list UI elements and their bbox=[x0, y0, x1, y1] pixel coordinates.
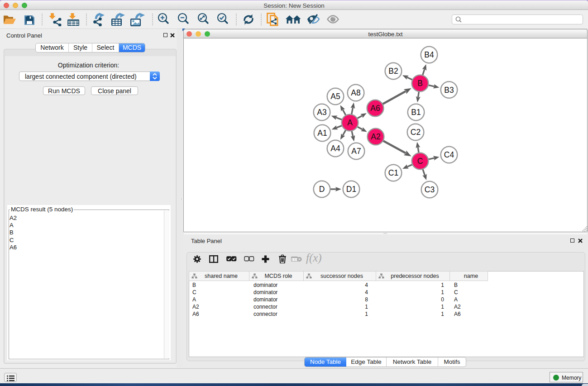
svg-text:A1: A1 bbox=[317, 129, 327, 138]
svg-text:A5: A5 bbox=[330, 92, 340, 101]
svg-text:A: A bbox=[347, 118, 353, 127]
svg-text:C2: C2 bbox=[411, 128, 421, 137]
svg-text:C1: C1 bbox=[388, 168, 398, 177]
svg-text:C: C bbox=[417, 157, 423, 166]
svg-text:C4: C4 bbox=[444, 150, 454, 159]
svg-text:A8: A8 bbox=[351, 88, 360, 97]
svg-text:B: B bbox=[417, 79, 423, 88]
svg-text:B3: B3 bbox=[444, 86, 454, 95]
svg-text:B1: B1 bbox=[411, 108, 421, 117]
svg-text:D1: D1 bbox=[346, 185, 356, 194]
svg-text:A2: A2 bbox=[371, 132, 380, 141]
svg-text:B4: B4 bbox=[424, 50, 434, 59]
svg-text:A3: A3 bbox=[317, 108, 326, 117]
svg-text:C3: C3 bbox=[425, 185, 435, 194]
svg-text:B2: B2 bbox=[388, 67, 398, 76]
svg-text:A7: A7 bbox=[351, 147, 361, 156]
svg-text:A6: A6 bbox=[370, 104, 380, 113]
svg-text:D: D bbox=[319, 185, 325, 194]
svg-text:A4: A4 bbox=[330, 144, 340, 153]
